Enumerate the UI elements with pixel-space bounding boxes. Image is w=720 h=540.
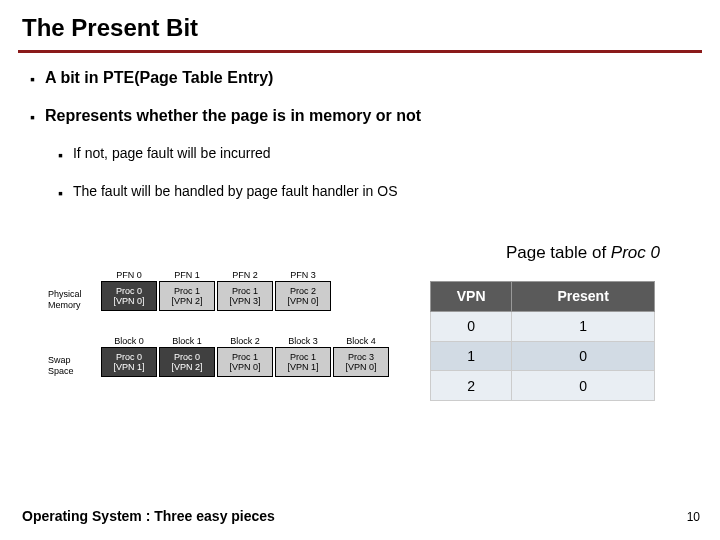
diagram-area: Physical Memory PFN 0 Proc 0[VPN 0] PFN …	[48, 269, 690, 401]
swap-row: Swap Space Block 0 Proc 0[VPN 1] Block 1…	[48, 335, 390, 389]
phys-mem-row: Physical Memory PFN 0 Proc 0[VPN 0] PFN …	[48, 269, 390, 323]
swap-cell: Proc 0[VPN 2]	[159, 347, 215, 377]
col-head: PFN 0	[116, 269, 142, 281]
col-head: Block 1	[172, 335, 202, 347]
bullet-text: A bit in PTE(Page Table Entry)	[45, 69, 273, 89]
swap-cell: Proc 3[VPN 0]	[333, 347, 389, 377]
pfn-col: PFN 3 Proc 2[VPN 0]	[274, 269, 332, 323]
cell-present: 1	[512, 311, 655, 341]
th-present: Present	[512, 282, 655, 312]
bullet-icon: ▪	[58, 145, 63, 165]
label-line: Swap	[48, 355, 71, 365]
block-col: Block 4 Proc 3[VPN 0]	[332, 335, 390, 389]
label-line: Physical	[48, 289, 82, 299]
swap-label: Swap Space	[48, 355, 100, 389]
col-head: PFN 3	[290, 269, 316, 281]
block-col: Block 1 Proc 0[VPN 2]	[158, 335, 216, 389]
mem-cell: Proc 1[VPN 3]	[217, 281, 273, 311]
col-head: PFN 2	[232, 269, 258, 281]
bullet-2: ▪ Represents whether the page is in memo…	[30, 107, 690, 127]
bullet-icon: ▪	[30, 69, 35, 89]
col-head: Block 4	[346, 335, 376, 347]
cell-vpn: 0	[431, 311, 512, 341]
content-area: ▪ A bit in PTE(Page Table Entry) ▪ Repre…	[0, 53, 720, 401]
cell-vpn: 1	[431, 341, 512, 371]
pfn-col: PFN 1 Proc 1[VPN 2]	[158, 269, 216, 323]
swap-cell: Proc 1[VPN 1]	[275, 347, 331, 377]
block-col: Block 2 Proc 1[VPN 0]	[216, 335, 274, 389]
slide-title: The Present Bit	[0, 0, 720, 50]
bullet-1: ▪ A bit in PTE(Page Table Entry)	[30, 69, 690, 89]
col-head: PFN 1	[174, 269, 200, 281]
label-line: Memory	[48, 300, 81, 310]
mem-cell: Proc 0[VPN 0]	[101, 281, 157, 311]
block-col: Block 0 Proc 0[VPN 1]	[100, 335, 158, 389]
col-head: Block 2	[230, 335, 260, 347]
col-head: Block 0	[114, 335, 144, 347]
cell-vpn: 2	[431, 371, 512, 401]
memory-diagram: Physical Memory PFN 0 Proc 0[VPN 0] PFN …	[48, 269, 390, 401]
table-caption: Page table of Proc 0	[30, 243, 660, 263]
mem-cell: Proc 2[VPN 0]	[275, 281, 331, 311]
block-col: Block 3 Proc 1[VPN 1]	[274, 335, 332, 389]
footer-text: Operating System : Three easy pieces	[22, 508, 275, 524]
label-line: Space	[48, 366, 74, 376]
cell-present: 0	[512, 341, 655, 371]
cell-present: 0	[512, 371, 655, 401]
bullet-2b: ▪ The fault will be handled by page faul…	[58, 183, 690, 203]
table-row: 2 0	[431, 371, 655, 401]
bullet-icon: ▪	[58, 183, 63, 203]
th-vpn: VPN	[431, 282, 512, 312]
bullet-2a: ▪ If not, page fault will be incurred	[58, 145, 690, 165]
pfn-col: PFN 2 Proc 1[VPN 3]	[216, 269, 274, 323]
bullet-text: Represents whether the page is in memory…	[45, 107, 421, 127]
swap-cell: Proc 0[VPN 1]	[101, 347, 157, 377]
page-table: VPN Present 0 1 1 0 2 0	[430, 281, 655, 401]
page-number: 10	[687, 510, 700, 524]
phys-mem-label: Physical Memory	[48, 289, 100, 323]
bullet-text: If not, page fault will be incurred	[73, 145, 271, 165]
page-table-header-row: VPN Present	[431, 282, 655, 312]
caption-proc: Proc 0	[611, 243, 660, 262]
col-head: Block 3	[288, 335, 318, 347]
table-row: 0 1	[431, 311, 655, 341]
caption-prefix: Page table of	[506, 243, 611, 262]
bullet-text: The fault will be handled by page fault …	[73, 183, 398, 203]
mem-cell: Proc 1[VPN 2]	[159, 281, 215, 311]
swap-cell: Proc 1[VPN 0]	[217, 347, 273, 377]
pfn-col: PFN 0 Proc 0[VPN 0]	[100, 269, 158, 323]
bullet-icon: ▪	[30, 107, 35, 127]
table-row: 1 0	[431, 341, 655, 371]
